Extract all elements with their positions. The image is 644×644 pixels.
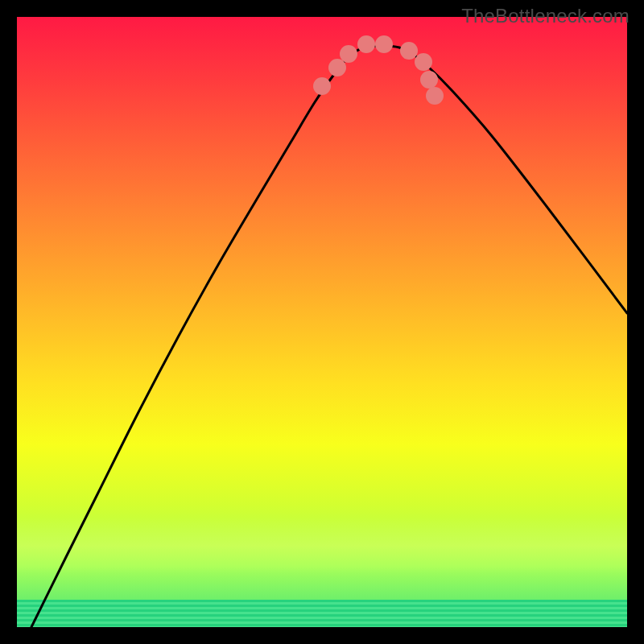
curve-marker bbox=[426, 87, 444, 105]
curve-marker bbox=[313, 77, 331, 95]
chart-svg bbox=[17, 17, 627, 627]
curve-marker bbox=[328, 59, 346, 76]
curve-marker bbox=[375, 35, 393, 53]
chart-frame: TheBottleneck.com bbox=[0, 0, 644, 644]
curve-marker bbox=[340, 45, 357, 63]
watermark-text: TheBottleneck.com bbox=[461, 5, 630, 27]
plot-area bbox=[17, 17, 627, 627]
curve-marker bbox=[415, 53, 432, 71]
curve-marker bbox=[420, 71, 438, 89]
bottleneck-curve bbox=[31, 46, 627, 627]
curve-marker bbox=[400, 42, 418, 60]
curve-marker bbox=[357, 35, 375, 53]
